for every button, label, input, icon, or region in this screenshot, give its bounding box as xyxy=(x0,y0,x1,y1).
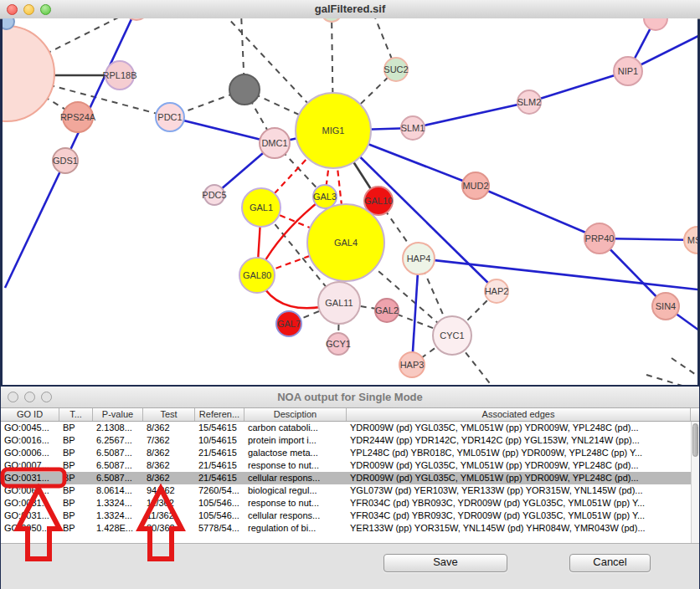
node-label-MIG1: MIG1 xyxy=(322,125,345,136)
column-header-associated-edges[interactable]: Associated edges xyxy=(347,408,691,421)
table-cell: GO:0031... xyxy=(1,497,59,510)
network-window: galFiltered.sif RPL18BRPS24AGDS1PDC1DMC1… xyxy=(0,0,700,385)
table-cell: GO:0031... xyxy=(1,510,59,522)
node-label-GAL11: GAL11 xyxy=(325,298,353,308)
table-row-2[interactable]: GO:0006...BP6.5087...8/36221/54615galact… xyxy=(1,447,691,459)
node-label-GAL10: GAL10 xyxy=(364,196,393,206)
node-topcut2[interactable] xyxy=(644,18,667,30)
table-row-6[interactable]: GO:0031...BP1.3324...11/362105/546...res… xyxy=(1,497,691,510)
table-row-7[interactable]: GO:0031...BP1.3324...11/362105/546...cel… xyxy=(1,510,691,522)
node-label-MSN: MSN xyxy=(687,235,697,245)
node-label-HAP2: HAP2 xyxy=(485,286,509,296)
table-cell: cellular respons... xyxy=(244,472,347,484)
table-cell: 21/54615 xyxy=(195,472,244,484)
table-cell: 6.2567... xyxy=(93,434,143,447)
column-header-p-value[interactable]: P-value xyxy=(93,408,143,421)
node-cornertiny[interactable] xyxy=(3,18,14,29)
table-cell: response to nut... xyxy=(244,497,347,510)
node-bigcircle[interactable] xyxy=(3,26,54,121)
network-edge xyxy=(65,18,136,161)
node-label-SLM1: SLM1 xyxy=(401,123,425,133)
table-cell: YFR034C (pd) YBR093C, YDR009W (pd) YGL03… xyxy=(347,510,691,522)
table-cell: YER133W (pp) YOR315W, YNL145W (pd) YHR08… xyxy=(347,522,691,535)
node-label-PDC1: PDC1 xyxy=(157,112,182,122)
node-label-GAL4: GAL4 xyxy=(334,238,358,248)
table-cell: BP xyxy=(59,497,93,510)
table-cell: 15/54615 xyxy=(195,422,244,434)
network-edge xyxy=(419,259,697,290)
table-cell: GO:0006... xyxy=(1,447,59,459)
node-greencut[interactable] xyxy=(322,18,342,22)
cancel-button[interactable]: Cancel xyxy=(569,554,651,572)
table-cell: GO:0031... xyxy=(1,472,59,484)
node-label-HAP3: HAP3 xyxy=(400,360,425,370)
node-label-PRP40: PRP40 xyxy=(585,233,615,243)
column-header-t-[interactable]: T... xyxy=(59,408,93,421)
table-cell: 11/362 xyxy=(143,510,195,522)
table-cell: GO:0050... xyxy=(1,522,59,535)
table-cell: 8.0614... xyxy=(93,484,143,497)
table-row-3[interactable]: GO:0007...BP6.5087...8/36221/54615respon… xyxy=(1,459,691,472)
column-header-desciption[interactable]: Desciption xyxy=(244,408,347,421)
table-cell: 8/362 xyxy=(143,447,195,459)
node-label-SLM2: SLM2 xyxy=(517,97,542,107)
column-header-go-id[interactable]: GO ID xyxy=(1,408,59,421)
table-cell: BP xyxy=(59,434,93,447)
table-row-5[interactable]: GO:0065...BP8.0614...94/3627260/54...bio… xyxy=(1,484,691,497)
node-label-RPL18B: RPL18B xyxy=(103,70,137,80)
table-cell: carbon cataboli... xyxy=(244,422,347,434)
column-header-test[interactable]: Test xyxy=(143,408,195,421)
table-cell: GO:0007... xyxy=(1,459,59,472)
table-row-1[interactable]: GO:0016...BP6.2567...7/36210/54615protei… xyxy=(1,434,691,447)
table-cell: YFR034C (pd) YBR093C, YDR009W (pd) YGL03… xyxy=(347,497,691,510)
network-edge xyxy=(672,358,697,380)
node-label-GAL2: GAL2 xyxy=(375,305,399,315)
table-cell: cellular respons... xyxy=(244,510,347,522)
network-canvas[interactable]: RPL18BRPS24AGDS1PDC1DMC1PDC5MIG1SUC2SLM1… xyxy=(3,18,697,385)
table-cell: 21/54615 xyxy=(195,447,244,459)
scrollbar-thumb[interactable] xyxy=(692,423,698,457)
node-label-SUC2: SUC2 xyxy=(383,64,408,74)
table-cell: YGL073W (pd) YER103W, YER133W (pp) YOR31… xyxy=(347,484,691,497)
table-cell: 6.5087... xyxy=(93,459,143,472)
table-cell: 94/362 xyxy=(143,484,195,497)
table-cell: 8/362 xyxy=(143,472,195,484)
node-label-SIN4: SIN4 xyxy=(656,301,676,311)
column-header-referen-[interactable]: Referen... xyxy=(195,408,244,421)
table-cell: BP xyxy=(59,422,93,434)
table-body: GO:0045...BP2.1308...8/36215/54615carbon… xyxy=(1,422,691,543)
table-cell: response to nut... xyxy=(244,459,347,472)
node-label-GAL7: GAL7 xyxy=(277,319,301,329)
table-cell: 105/546... xyxy=(195,510,244,522)
table-cell: 6.5087... xyxy=(93,447,143,459)
table-cell: GO:0016... xyxy=(1,434,59,447)
table-row-8[interactable]: GO:0050...BP1.428E...80/3625778/54...reg… xyxy=(1,522,691,535)
table-row-4[interactable]: GO:0031...BP6.5087...8/36221/54615cellul… xyxy=(1,472,691,484)
table-cell: YPL248C (pd) YBR018C, YML051W (pp) YDR00… xyxy=(347,447,691,459)
table-cell: 1.3324... xyxy=(93,497,143,510)
node-label-RPS24A: RPS24A xyxy=(60,112,96,122)
table-cell: YDR244W (pp) YDR142C, YDR142C (pp) YGL15… xyxy=(347,434,691,447)
node-label-NIP1: NIP1 xyxy=(618,66,638,76)
node-label-CYC1: CYC1 xyxy=(440,330,464,341)
button-panel: Save Cancel xyxy=(1,543,699,589)
table-cell: BP xyxy=(59,522,93,535)
table-cell: 11/362 xyxy=(143,497,195,510)
table-cell: 1.3324... xyxy=(93,510,143,522)
vertical-scrollbar[interactable] xyxy=(691,422,699,543)
save-button[interactable]: Save xyxy=(383,554,507,572)
table-cell: 7260/54... xyxy=(195,484,244,497)
table-cell: 21/54615 xyxy=(195,459,244,472)
network-edge xyxy=(413,102,529,128)
table-cell: BP xyxy=(59,484,93,497)
network-edge xyxy=(529,71,628,102)
node-graynode[interactable] xyxy=(229,74,260,105)
table-cell: 8/362 xyxy=(143,459,195,472)
table-row-0[interactable]: GO:0045...BP2.1308...8/36215/54615carbon… xyxy=(1,422,691,434)
table-cell: 80/362 xyxy=(143,522,195,535)
table-cell: YDR009W (pd) YGL035C, YML051W (pp) YDR00… xyxy=(347,459,691,472)
table-cell: BP xyxy=(59,447,93,459)
table-cell: 5778/54... xyxy=(195,522,244,535)
network-graph: RPL18BRPS24AGDS1PDC1DMC1PDC5MIG1SUC2SLM1… xyxy=(3,18,697,385)
node-topcut1[interactable] xyxy=(125,18,148,20)
